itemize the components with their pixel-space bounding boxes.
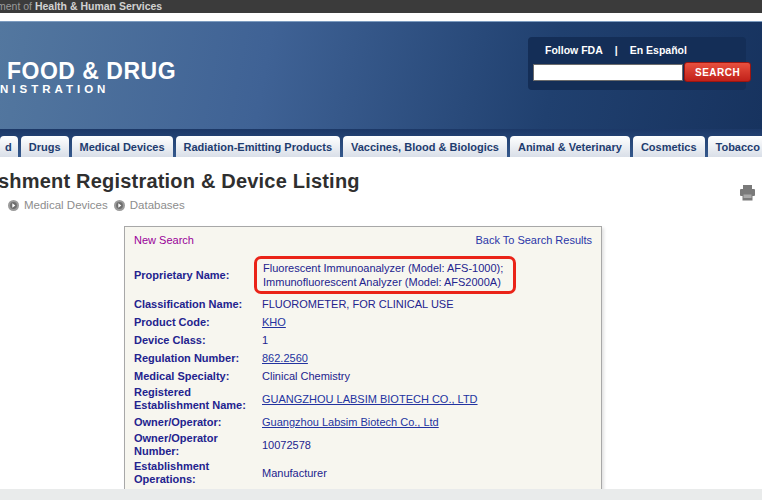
tab-radiation-emitting-products[interactable]: Radiation-Emitting Products xyxy=(176,136,341,157)
tab-food[interactable]: d xyxy=(0,136,18,157)
row-label: Medical Specialty: xyxy=(134,370,256,383)
row-label: Owner/Operator Number: xyxy=(134,432,256,458)
row-label: Owner/Operator: xyxy=(134,416,256,429)
owner-operator-link[interactable]: Guangzhou Labsim Biotech Co., Ltd xyxy=(262,416,439,428)
search-input[interactable] xyxy=(533,64,683,81)
row-value: Fluorescent Immunoanalyzer (Model: AFS-1… xyxy=(263,262,503,288)
row-label: Proprietary Name: xyxy=(134,269,256,282)
fda-logo: FOOD & DRUG NISTRATION xyxy=(7,59,176,95)
follow-fda-link[interactable]: Follow FDA xyxy=(545,44,603,56)
row-label: Regulation Number: xyxy=(134,352,256,365)
row-value: Manufacturer xyxy=(262,466,592,480)
header-search-panel: Follow FDA | En Español SEARCH xyxy=(528,37,746,90)
row-label: Establishment Operations: xyxy=(134,460,256,486)
tab-medical-devices[interactable]: Medical Devices xyxy=(72,136,173,157)
table-row: Classification Name: FLUOROMETER, FOR CL… xyxy=(134,296,592,312)
product-code-link[interactable]: KHO xyxy=(262,316,286,328)
primary-nav: d Drugs Medical Devices Radiation-Emitti… xyxy=(0,129,762,157)
row-value: 1 xyxy=(262,333,592,347)
row-label: Product Code: xyxy=(134,316,256,329)
table-row: Regulation Number: 862.2560 xyxy=(134,350,592,366)
device-listing-card: New Search Back To Search Results Propri… xyxy=(124,226,602,500)
tab-vaccines-blood-biologics[interactable]: Vaccines, Blood & Biologics xyxy=(343,136,507,157)
page-bottom-strip xyxy=(0,489,762,500)
breadcrumb-item-medical-devices[interactable]: Medical Devices xyxy=(8,199,108,211)
row-value: Clinical Chemistry xyxy=(262,369,592,383)
tab-tobacco-products[interactable]: Tobacco Pr xyxy=(708,136,762,157)
gov-topbar: ment of Health & Human Services xyxy=(0,0,762,13)
back-to-search-results-link[interactable]: Back To Search Results xyxy=(475,234,592,246)
row-value: 10072578 xyxy=(262,438,592,452)
row-value: FLUOROMETER, FOR CLINICAL USE xyxy=(262,297,592,311)
regulation-number-link[interactable]: 862.2560 xyxy=(262,352,308,364)
row-label: Device Class: xyxy=(134,334,256,347)
breadcrumb-item-databases[interactable]: Databases xyxy=(114,199,185,211)
gov-topbar-title: Health & Human Services xyxy=(35,0,162,12)
new-search-link[interactable]: New Search xyxy=(134,234,194,246)
proprietary-name-highlight-box: Fluorescent Immunoanalyzer (Model: AFS-1… xyxy=(254,256,516,294)
print-icon[interactable] xyxy=(739,185,756,205)
table-row: Product Code: KHO xyxy=(134,314,592,330)
row-label: Classification Name: xyxy=(134,298,256,311)
table-row: Device Class: 1 xyxy=(134,332,592,348)
fda-logo-line2: NISTRATION xyxy=(0,83,176,95)
tab-drugs[interactable]: Drugs xyxy=(21,136,69,157)
breadcrumb-arrow-icon xyxy=(114,200,125,211)
tab-cosmetics[interactable]: Cosmetics xyxy=(633,136,705,157)
fda-logo-line1: FOOD & DRUG xyxy=(7,59,176,83)
breadcrumb: Medical Devices Databases xyxy=(8,199,185,211)
table-row: Proprietary Name: Fluorescent Immunoanal… xyxy=(134,256,592,294)
tab-animal-veterinary[interactable]: Animal & Veterinary xyxy=(510,136,630,157)
fda-header: FOOD & DRUG NISTRATION Follow FDA | En E… xyxy=(0,21,762,129)
table-row: Registered Establishment Name: GUANGZHOU… xyxy=(134,386,592,412)
page-title: shment Registration & Device Listing xyxy=(0,170,360,193)
en-espanol-link[interactable]: En Español xyxy=(630,44,687,56)
breadcrumb-arrow-icon xyxy=(8,200,19,211)
table-row: Medical Specialty: Clinical Chemistry xyxy=(134,368,592,384)
table-row: Owner/Operator Number: 10072578 xyxy=(134,432,592,458)
table-row: Owner/Operator: Guangzhou Labsim Biotech… xyxy=(134,414,592,430)
row-label: Registered Establishment Name: xyxy=(134,386,256,412)
registered-establishment-link[interactable]: GUANGZHOU LABSIM BIOTECH CO., LTD xyxy=(262,393,478,405)
gov-topbar-prefix: ment of xyxy=(0,0,35,12)
table-row: Establishment Operations: Manufacturer xyxy=(134,460,592,486)
search-button[interactable]: SEARCH xyxy=(684,62,751,82)
header-link-divider: | xyxy=(615,44,618,56)
